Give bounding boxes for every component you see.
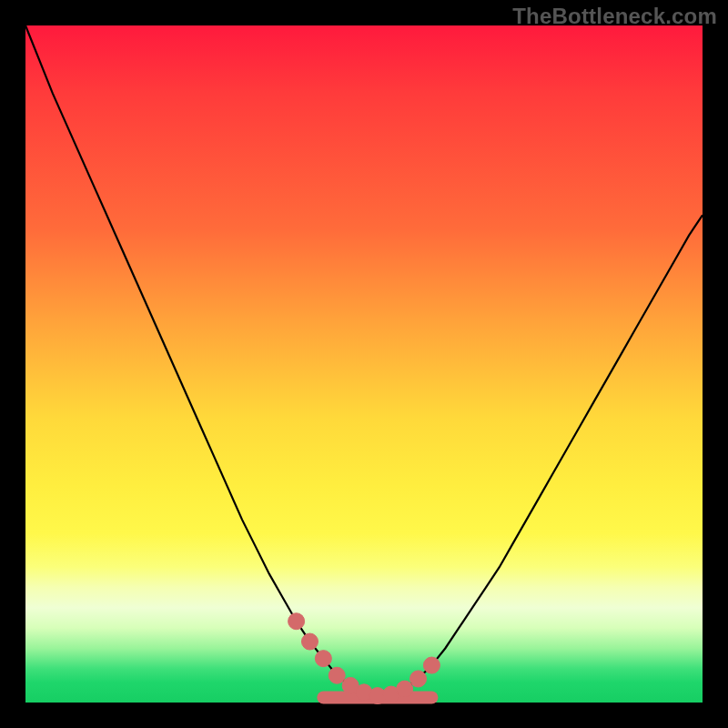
trough-markers (288, 613, 440, 704)
trough-marker (329, 667, 345, 683)
trough-marker (423, 657, 440, 673)
trough-marker (315, 651, 331, 667)
chart-overlay (25, 25, 703, 703)
trough-marker (301, 633, 318, 650)
trough-marker (410, 671, 427, 687)
watermark-text: TheBottleneck.com (512, 4, 717, 29)
chart-stage: TheBottleneck.com (0, 0, 728, 728)
bottleneck-curve (25, 25, 703, 696)
trough-marker (288, 613, 305, 630)
trough-marker (397, 681, 413, 697)
